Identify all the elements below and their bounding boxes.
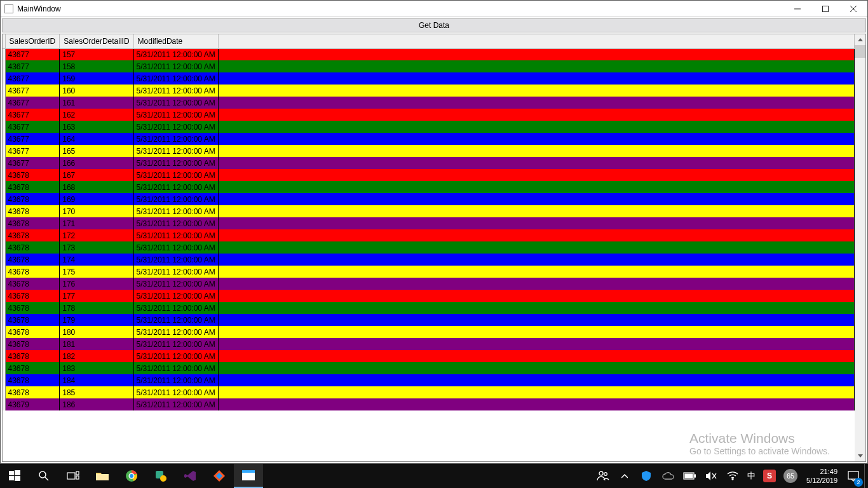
cell[interactable]: 43678 [5,169,60,181]
cell[interactable]: 5/31/2011 12:00:00 AM [133,290,218,302]
table-row[interactable]: 436771575/31/2011 12:00:00 AM [3,48,855,60]
tray-volume[interactable] [700,464,722,488]
cell[interactable]: 43678 [5,362,60,374]
cell[interactable]: 5/31/2011 12:00:00 AM [133,193,218,205]
cell[interactable]: 185 [60,386,133,398]
table-row[interactable]: 436781845/31/2011 12:00:00 AM [3,374,855,386]
cell[interactable]: 43678 [5,193,60,205]
table-row[interactable]: 436791865/31/2011 12:00:00 AM [3,398,855,410]
vertical-scrollbar[interactable] [855,34,865,461]
tray-overflow[interactable] [614,464,635,488]
cell[interactable]: 5/31/2011 12:00:00 AM [133,109,218,121]
cell[interactable]: 43677 [5,145,60,157]
cell[interactable]: 43677 [5,121,60,133]
cell[interactable]: 43678 [5,229,60,241]
scroll-up-button[interactable] [855,34,865,45]
cell[interactable]: 5/31/2011 12:00:00 AM [133,398,218,410]
cell[interactable]: 5/31/2011 12:00:00 AM [133,121,218,133]
table-row[interactable]: 436781815/31/2011 12:00:00 AM [3,338,855,350]
data-grid[interactable]: SalesOrderID SalesOrderDetailID Modified… [2,34,866,462]
table-row[interactable]: 436781705/31/2011 12:00:00 AM [3,205,855,217]
cell[interactable]: 43678 [5,241,60,254]
cell[interactable]: 169 [60,193,133,205]
table-row[interactable]: 436781715/31/2011 12:00:00 AM [3,217,855,229]
cell[interactable]: 43678 [5,266,60,278]
table-row[interactable]: 436781805/31/2011 12:00:00 AM [3,326,855,338]
cell[interactable]: 43678 [5,314,60,326]
cell[interactable]: 5/31/2011 12:00:00 AM [133,302,218,314]
get-data-button[interactable]: Get Data [2,18,866,32]
cell[interactable]: 168 [60,181,133,193]
cell[interactable]: 5/31/2011 12:00:00 AM [133,338,218,350]
cell[interactable]: 43678 [5,326,60,338]
cell[interactable]: 43677 [5,72,60,85]
start-button[interactable] [0,464,29,488]
cell[interactable]: 43678 [5,205,60,217]
cell[interactable]: 5/31/2011 12:00:00 AM [133,85,218,97]
table-row[interactable]: 436771615/31/2011 12:00:00 AM [3,97,855,109]
cell[interactable]: 5/31/2011 12:00:00 AM [133,266,218,278]
tray-shield[interactable] [635,464,657,488]
table-row[interactable]: 436781745/31/2011 12:00:00 AM [3,254,855,266]
cell[interactable]: 180 [60,326,133,338]
table-row[interactable]: 436781755/31/2011 12:00:00 AM [3,266,855,278]
cell[interactable]: 43677 [5,48,60,60]
cell[interactable]: 5/31/2011 12:00:00 AM [133,181,218,193]
tray-temp[interactable]: 65 [780,464,801,488]
cell[interactable]: 5/31/2011 12:00:00 AM [133,362,218,374]
tray-ime[interactable]: 中 [743,464,759,488]
cell[interactable]: 43678 [5,386,60,398]
cell[interactable]: 5/31/2011 12:00:00 AM [133,278,218,290]
column-header-salesorderdetailid[interactable]: SalesOrderDetailID [60,34,133,48]
cell[interactable]: 186 [60,398,133,410]
tray-wifi[interactable] [722,464,743,488]
table-row[interactable]: 436781695/31/2011 12:00:00 AM [3,193,855,205]
cell[interactable]: 43677 [5,133,60,145]
table-row[interactable]: 436771655/31/2011 12:00:00 AM [3,145,855,157]
cell[interactable]: 43678 [5,290,60,302]
cell[interactable]: 5/31/2011 12:00:00 AM [133,217,218,229]
app-taskbar-1[interactable] [146,464,175,488]
cell[interactable]: 161 [60,97,133,109]
cell[interactable]: 170 [60,205,133,217]
cell[interactable]: 5/31/2011 12:00:00 AM [133,48,218,60]
table-row[interactable]: 436781725/31/2011 12:00:00 AM [3,229,855,241]
cell[interactable]: 164 [60,133,133,145]
cell[interactable]: 5/31/2011 12:00:00 AM [133,60,218,72]
cell[interactable]: 5/31/2011 12:00:00 AM [133,254,218,266]
cell[interactable]: 43678 [5,278,60,290]
cell[interactable]: 43678 [5,217,60,229]
cell[interactable]: 179 [60,314,133,326]
cell[interactable]: 184 [60,374,133,386]
tray-sogou[interactable]: S [759,464,780,488]
cell[interactable]: 5/31/2011 12:00:00 AM [133,350,218,362]
cell[interactable]: 163 [60,121,133,133]
cell[interactable]: 178 [60,302,133,314]
cell[interactable]: 43678 [5,338,60,350]
cell[interactable]: 43677 [5,60,60,72]
table-row[interactable]: 436781795/31/2011 12:00:00 AM [3,314,855,326]
cell[interactable]: 174 [60,254,133,266]
cell[interactable]: 173 [60,241,133,254]
visual-studio-taskbar[interactable] [175,464,205,488]
cell[interactable]: 43678 [5,350,60,362]
cell[interactable]: 43677 [5,97,60,109]
file-explorer-taskbar[interactable] [88,464,117,488]
cell[interactable]: 43678 [5,302,60,314]
table-row[interactable]: 436781855/31/2011 12:00:00 AM [3,386,855,398]
cell[interactable]: 43678 [5,254,60,266]
app-taskbar-2[interactable] [205,464,234,488]
table-row[interactable]: 436781685/31/2011 12:00:00 AM [3,181,855,193]
table-row[interactable]: 436781825/31/2011 12:00:00 AM [3,350,855,362]
cell[interactable]: 162 [60,109,133,121]
cell[interactable]: 177 [60,290,133,302]
cell[interactable]: 43678 [5,374,60,386]
action-center[interactable]: 2 [843,464,864,488]
cell[interactable]: 5/31/2011 12:00:00 AM [133,205,218,217]
cell[interactable]: 157 [60,48,133,60]
table-row[interactable]: 436771665/31/2011 12:00:00 AM [3,157,855,169]
table-row[interactable]: 436781765/31/2011 12:00:00 AM [3,278,855,290]
cell[interactable]: 43677 [5,109,60,121]
cell[interactable]: 43678 [5,181,60,193]
cell[interactable]: 5/31/2011 12:00:00 AM [133,374,218,386]
